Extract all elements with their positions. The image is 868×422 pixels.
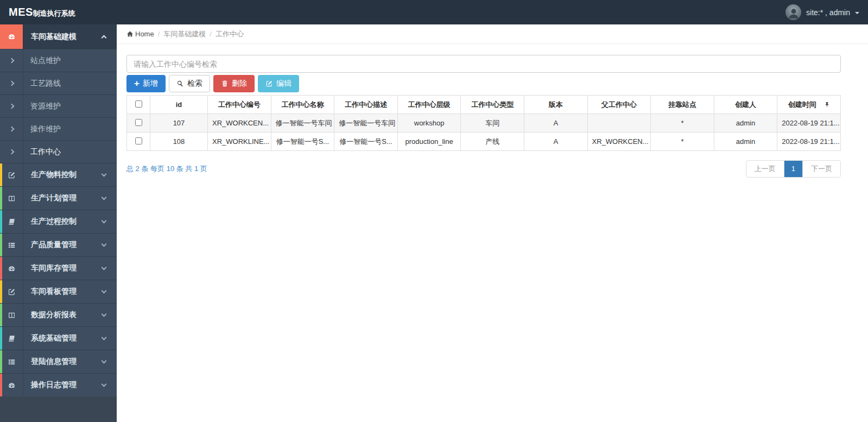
group-color-strip — [0, 280, 2, 303]
sidebar-item-label: 站点维护 — [23, 56, 117, 66]
group-color-strip — [0, 257, 2, 280]
search-input[interactable] — [126, 55, 841, 73]
caret-down-icon — [855, 12, 859, 14]
person-icon — [787, 6, 801, 20]
sidebar-group-login-info-management[interactable]: 登陆信息管理 — [0, 350, 117, 373]
sidebar-item-label: 资源维护 — [23, 102, 117, 111]
cell-level: workshop — [397, 114, 461, 133]
cell-name: 修一智能一号车间 — [271, 114, 334, 133]
sidebar-group-process-control[interactable]: 生产过程控制 — [0, 210, 117, 233]
app-logo[interactable]: MES制造执行系统 — [0, 6, 84, 18]
sidebar-group-label: 生产过程控制 — [23, 217, 102, 226]
sidebar-item-resource-maintenance[interactable]: 资源维护 — [0, 95, 117, 117]
delete-button[interactable]: 删除 — [213, 75, 255, 92]
sidebar-group-quality-management[interactable]: 产品质量管理 — [0, 233, 117, 256]
column-header-created-time-label: 创建时间 — [788, 100, 816, 110]
column-header-type: 工作中心类型 — [461, 96, 524, 114]
sidebar-item-work-center[interactable]: 工作中心 — [0, 140, 117, 163]
group-color-strip — [0, 210, 2, 233]
select-all-cell — [127, 96, 150, 114]
add-button[interactable]: + 新增 — [126, 75, 166, 92]
sidebar-group-label: 操作日志管理 — [23, 380, 102, 390]
sidebar-item-station-maintenance[interactable]: 站点维护 — [0, 49, 117, 72]
user-avatar — [785, 4, 801, 20]
app-logo-rest: 制造执行系统 — [33, 9, 75, 17]
top-navbar: MES制造执行系统 site:* , admin — [0, 0, 868, 24]
work-center-table: id 工作中心编号 工作中心名称 工作中心描述 工作中心层级 工作中心类型 版本… — [126, 95, 841, 151]
cell-description: 修一智能一号S... — [334, 133, 398, 151]
search-icon — [176, 80, 184, 87]
trash-icon — [221, 80, 229, 87]
cell-creator: admin — [714, 133, 777, 151]
pagination-controls: 上一页 1 下一页 — [746, 160, 841, 178]
user-dropdown[interactable]: site:* , admin — [777, 0, 868, 24]
sidebar-group-label: 生产物料控制 — [23, 170, 102, 180]
select-all-checkbox[interactable] — [135, 100, 142, 108]
sidebar-group-workshop-modeling[interactable]: 车间基础建模 — [0, 24, 117, 49]
chevron-down-icon — [102, 382, 107, 387]
dashboard-icon — [0, 264, 23, 273]
breadcrumb-home-link[interactable]: Home — [126, 30, 154, 38]
sidebar-item-process-route[interactable]: 工艺路线 — [0, 72, 117, 95]
search-button-label: 检索 — [187, 79, 202, 89]
sidebar-group-material-control[interactable]: 生产物料控制 — [0, 163, 117, 186]
group-color-strip — [0, 374, 2, 396]
group-color-strip — [0, 163, 2, 186]
cell-type: 车间 — [461, 114, 524, 133]
cell-created-time: 2022-08-19 21:1... — [777, 133, 841, 151]
column-header-created-time: 创建时间 — [777, 96, 841, 114]
table-row[interactable]: 108 XR_WORKLINE... 修一智能一号S... 修一智能一号S...… — [127, 133, 841, 151]
cell-code: XR_WORKLINE... — [208, 133, 271, 151]
sidebar-group-operation-log-management[interactable]: 操作日志管理 — [0, 373, 117, 396]
cell-station: * — [651, 114, 714, 133]
pagination-bar: 总 2 条 每页 10 条 共 1 页 上一页 1 下一页 — [126, 160, 841, 178]
cell-id: 107 — [150, 114, 208, 133]
cell-version: A — [524, 114, 587, 133]
chevron-right-icon — [0, 59, 23, 62]
list-icon — [0, 241, 23, 249]
pagination-summary: 总 2 条 每页 10 条 共 1 页 — [126, 164, 207, 174]
pagination-next-button[interactable]: 下一页 — [802, 160, 841, 178]
chevron-down-icon — [102, 242, 107, 247]
toolbar: + 新增 检索 删除 编辑 — [126, 75, 841, 92]
column-header-id: id — [150, 96, 208, 114]
row-checkbox[interactable] — [135, 119, 142, 126]
cell-code: XR_WORKCEN... — [208, 114, 271, 133]
chevron-down-icon — [102, 172, 107, 177]
sidebar-group-analytics-reports[interactable]: 数据分析报表 — [0, 303, 117, 326]
user-label: site:* , admin — [806, 8, 850, 17]
cell-version: A — [524, 133, 587, 151]
pagination-prev-button[interactable]: 上一页 — [746, 160, 784, 178]
plus-icon: + — [134, 79, 140, 88]
sidebar-group-inventory-management[interactable]: 车间库存管理 — [0, 256, 117, 280]
table-header-row: id 工作中心编号 工作中心名称 工作中心描述 工作中心层级 工作中心类型 版本… — [127, 96, 841, 114]
list-icon — [0, 358, 23, 366]
edit-icon — [265, 80, 273, 87]
group-color-strip — [0, 327, 2, 350]
row-checkbox[interactable] — [135, 137, 142, 144]
row-select-cell — [127, 114, 150, 133]
pin-icon[interactable] — [824, 101, 830, 108]
breadcrumb-home-label: Home — [135, 30, 154, 38]
app-logo-bold: MES — [9, 6, 33, 18]
search-button[interactable]: 检索 — [169, 75, 210, 92]
chevron-down-icon — [102, 265, 107, 270]
edit-button[interactable]: 编辑 — [258, 75, 299, 92]
sidebar-item-operation-maintenance[interactable]: 操作维护 — [0, 117, 117, 140]
table-row[interactable]: 107 XR_WORKCEN... 修一智能一号车间 修一智能一号车间 work… — [127, 114, 841, 133]
breadcrumb-level1-link[interactable]: 车间基础建模 — [163, 29, 206, 39]
home-icon — [126, 30, 134, 37]
sidebar-group-label: 车间看板管理 — [23, 287, 102, 297]
dashboard-icon — [0, 24, 23, 49]
page-body: + 新增 检索 删除 编辑 — [117, 44, 868, 178]
sidebar-group-plan-management[interactable]: 生产计划管理 — [0, 186, 117, 210]
columns-icon — [0, 194, 23, 203]
cell-parent: XR_WORKCEN... — [587, 133, 651, 151]
cell-station: * — [651, 133, 714, 151]
pagination-page-1[interactable]: 1 — [784, 160, 803, 178]
cell-level: production_line — [397, 133, 461, 151]
cell-type: 产线 — [461, 133, 524, 151]
sidebar-item-label: 工艺路线 — [23, 79, 117, 89]
sidebar-group-system-management[interactable]: 系统基础管理 — [0, 326, 117, 350]
sidebar-group-board-management[interactable]: 车间看板管理 — [0, 280, 117, 303]
